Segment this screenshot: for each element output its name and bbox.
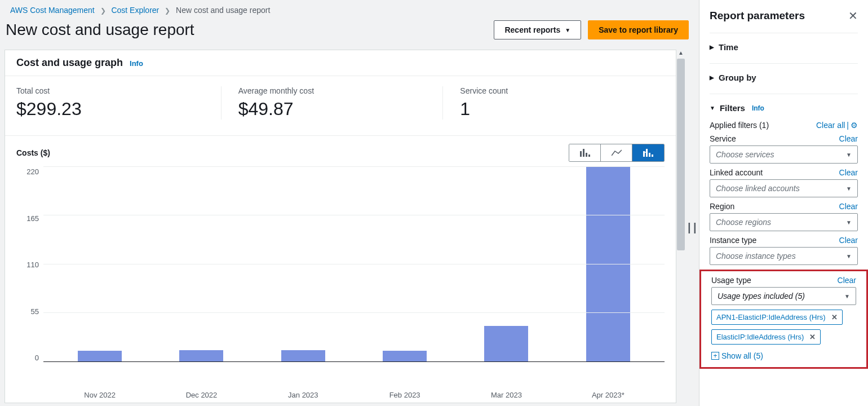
caret-down-icon: ▼ <box>846 253 852 259</box>
select-placeholder: Choose services <box>716 150 774 159</box>
page-title: New cost and usage report <box>6 21 194 39</box>
accordion-label: Filters <box>720 103 745 113</box>
caret-down-icon: ▼ <box>710 105 715 111</box>
service-select[interactable]: Choose services▼ <box>710 145 858 164</box>
clear-link[interactable]: Clear <box>839 202 858 211</box>
filter-label: Service <box>710 134 736 143</box>
chart-area: Costs ($) <box>5 136 676 403</box>
linked-account-select[interactable]: Choose linked accounts▼ <box>710 179 858 197</box>
bar[interactable] <box>78 351 122 361</box>
svg-rect-0 <box>580 151 582 157</box>
stacked-chart-icon <box>643 149 653 157</box>
metric-label: Average monthly cost <box>238 86 432 95</box>
metric-label: Total cost <box>16 86 210 95</box>
accordion-label: Time <box>719 42 738 52</box>
breadcrumb-l1[interactable]: AWS Cost Management <box>10 6 95 15</box>
x-tick: Jan 2023 <box>253 391 354 399</box>
metric-value: 1 <box>460 99 653 120</box>
metric-service-count: Service count 1 <box>442 86 665 120</box>
region-select[interactable]: Choose regions▼ <box>710 213 858 231</box>
svg-point-8 <box>645 152 646 153</box>
info-link[interactable]: Info <box>130 59 143 68</box>
sidebar-title: Report parameters <box>710 10 805 22</box>
clear-link[interactable]: Clear <box>839 236 858 245</box>
chevron-right-icon: ❯ <box>165 7 170 15</box>
chart-type-toggle <box>569 144 665 162</box>
bar[interactable] <box>383 351 427 361</box>
metric-label: Service count <box>460 86 653 95</box>
x-axis: Nov 2022Dec 2022Jan 2023Feb 2023Mar 2023… <box>43 387 665 399</box>
scrollbar-thumb[interactable] <box>677 59 685 250</box>
bar-chart-button[interactable] <box>569 144 601 161</box>
bar[interactable] <box>586 167 630 361</box>
stacked-chart-button[interactable] <box>632 144 664 161</box>
main-area: AWS Cost Management ❯ Cost Explorer ❯ Ne… <box>0 0 699 406</box>
svg-rect-6 <box>649 153 650 157</box>
filter-label: Usage type <box>711 276 751 285</box>
caret-right-icon: ▶ <box>710 74 714 81</box>
remove-tag-icon[interactable]: ✕ <box>831 313 838 321</box>
caret-down-icon: ▼ <box>565 27 570 33</box>
tag-label: APN1-ElasticIP:IdleAddress (Hrs) <box>716 313 826 321</box>
caret-down-icon: ▼ <box>846 152 852 158</box>
accordion-time[interactable]: ▶ Time <box>710 33 858 61</box>
applied-filters-label: Applied filters (1) <box>710 121 769 130</box>
metric-total-cost: Total cost $299.23 <box>16 86 221 120</box>
gear-icon[interactable]: ⚙ <box>851 121 858 130</box>
usage-type-select[interactable]: Usage types included (5)▼ <box>711 287 856 305</box>
info-link[interactable]: Info <box>752 104 764 112</box>
save-to-library-button[interactable]: Save to report library <box>588 20 689 39</box>
line-chart-icon <box>612 149 622 157</box>
x-tick: Apr 2023* <box>557 391 659 399</box>
y-tick: 0 <box>16 354 39 362</box>
bar[interactable] <box>281 350 325 361</box>
remove-tag-icon[interactable]: ✕ <box>809 333 816 341</box>
applied-filters-row: Applied filters (1) Clear all|⚙ <box>710 121 858 130</box>
instance-type-select[interactable]: Choose instance types▼ <box>710 247 858 265</box>
y-axis: 220165110550 <box>16 167 43 362</box>
svg-rect-4 <box>643 151 645 157</box>
clear-link[interactable]: Clear <box>839 168 858 177</box>
filter-label: Linked account <box>710 168 763 177</box>
svg-rect-7 <box>652 155 653 157</box>
scrollbar-track: ▲ <box>676 50 685 406</box>
bar-chart-icon <box>580 149 590 157</box>
show-all-link[interactable]: + Show all (5) <box>711 351 856 360</box>
clear-link[interactable]: Clear <box>839 134 858 143</box>
recent-reports-button[interactable]: Recent reports ▼ <box>494 20 581 39</box>
show-all-label: Show all (5) <box>721 351 763 360</box>
chevron-right-icon: ❯ <box>100 7 106 15</box>
clear-all-link[interactable]: Clear all|⚙ <box>816 121 858 130</box>
bar[interactable] <box>484 326 528 361</box>
close-icon[interactable]: ✕ <box>848 9 858 23</box>
svg-rect-2 <box>586 153 587 157</box>
svg-point-9 <box>649 153 650 155</box>
panel-collapse-handle[interactable]: ┃┃ <box>685 50 699 406</box>
breadcrumb-l2[interactable]: Cost Explorer <box>111 6 159 15</box>
svg-rect-3 <box>588 155 590 157</box>
caret-right-icon: ▶ <box>710 44 714 50</box>
breadcrumb: AWS Cost Management ❯ Cost Explorer ❯ Ne… <box>0 0 699 18</box>
filter-label: Instance type <box>710 236 756 245</box>
svg-rect-5 <box>646 149 648 157</box>
report-parameters-panel: Report parameters ✕ ▶ Time ▶ Group by ▼ … <box>699 0 868 406</box>
filter-region: RegionClear Choose regions▼ <box>710 202 858 231</box>
scroll-up-arrow-icon[interactable]: ▲ <box>676 50 685 56</box>
accordion-filters-head[interactable]: ▼ Filters Info <box>710 103 858 113</box>
svg-rect-1 <box>583 149 584 157</box>
accordion-group-by[interactable]: ▶ Group by <box>710 63 858 91</box>
filter-usage-type-highlighted: Usage typeClear Usage types included (5)… <box>699 270 868 369</box>
x-tick: Nov 2022 <box>49 391 150 399</box>
x-tick: Mar 2023 <box>455 391 557 399</box>
line-chart-button[interactable] <box>601 144 632 161</box>
clear-link[interactable]: Clear <box>838 276 856 285</box>
separator: | <box>847 121 849 130</box>
bar[interactable] <box>179 350 223 361</box>
card-header: Cost and usage graph Info <box>5 50 676 76</box>
sidebar-header: Report parameters ✕ <box>710 9 858 30</box>
filter-linked-account: Linked accountClear Choose linked accoun… <box>710 168 858 197</box>
plus-icon: + <box>711 352 719 360</box>
filter-service: ServiceClear Choose services▼ <box>710 134 858 164</box>
card-title: Cost and usage graph <box>16 57 123 69</box>
plot-area <box>43 167 665 362</box>
